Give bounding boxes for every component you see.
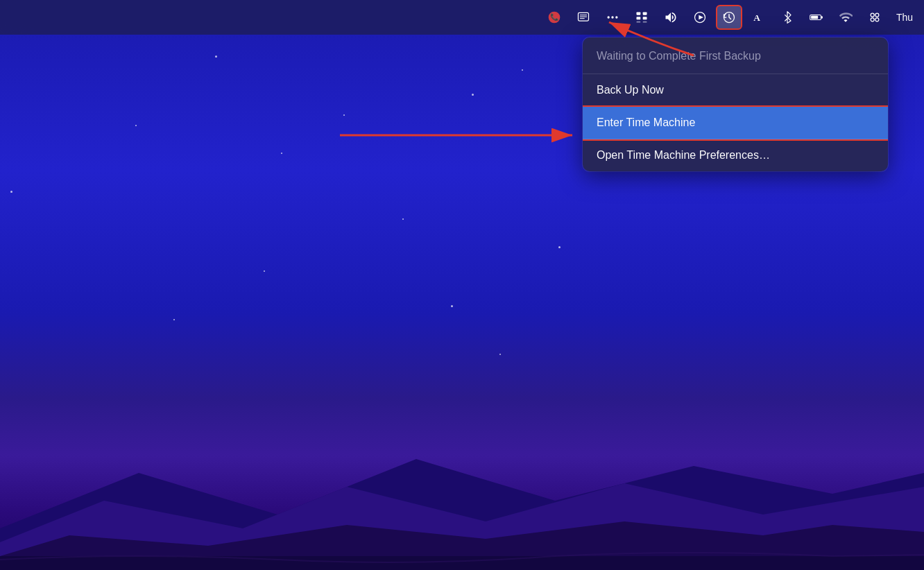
control-center-icon[interactable]: [862, 5, 888, 30]
svg-rect-25: [811, 16, 818, 19]
svg-point-11: [611, 16, 613, 18]
svg-point-26: [871, 13, 874, 17]
svg-rect-13: [636, 12, 640, 15]
wifi-icon[interactable]: [832, 5, 859, 30]
menubar-icons: 📞: [541, 5, 918, 30]
backup-status-text: Waiting to Complete First Backup: [583, 37, 888, 74]
time-machine-menubar-icon[interactable]: [716, 5, 742, 30]
mission-control-icon[interactable]: [628, 5, 655, 30]
battery-icon[interactable]: [803, 5, 830, 30]
svg-point-12: [615, 16, 617, 18]
now-playing-icon[interactable]: [687, 5, 713, 30]
svg-rect-24: [821, 16, 823, 19]
time-text: Thu: [891, 12, 918, 23]
news-icon[interactable]: [570, 5, 597, 30]
svg-point-10: [607, 16, 609, 18]
svg-point-28: [871, 18, 874, 21]
svg-marker-20: [699, 15, 703, 20]
enter-time-machine-item[interactable]: Enter Time Machine: [583, 107, 888, 139]
volume-icon[interactable]: [658, 5, 684, 30]
menubar: 📞: [0, 0, 924, 35]
mountain-landscape: [0, 417, 924, 570]
svg-rect-16: [643, 17, 647, 19]
open-prefs-item[interactable]: Open Time Machine Preferences…: [583, 139, 888, 171]
time-machine-dropdown: Waiting to Complete First Backup Back Up…: [583, 37, 888, 171]
svg-text:📞: 📞: [550, 12, 559, 21]
svg-text:A: A: [753, 12, 760, 23]
svg-point-29: [875, 18, 879, 21]
svg-rect-3: [0, 556, 924, 570]
svg-rect-14: [643, 12, 647, 15]
bluetooth-icon[interactable]: [774, 5, 801, 30]
svg-rect-15: [636, 17, 640, 19]
svg-rect-17: [636, 21, 640, 23]
svg-rect-18: [643, 21, 647, 23]
more-dots-icon[interactable]: [599, 5, 626, 30]
clock-display: Thu: [891, 5, 918, 30]
facetime-icon[interactable]: 📞: [541, 5, 567, 30]
back-up-now-item[interactable]: Back Up Now: [583, 74, 888, 107]
svg-point-27: [875, 13, 879, 17]
keyboard-icon[interactable]: A: [745, 5, 771, 30]
